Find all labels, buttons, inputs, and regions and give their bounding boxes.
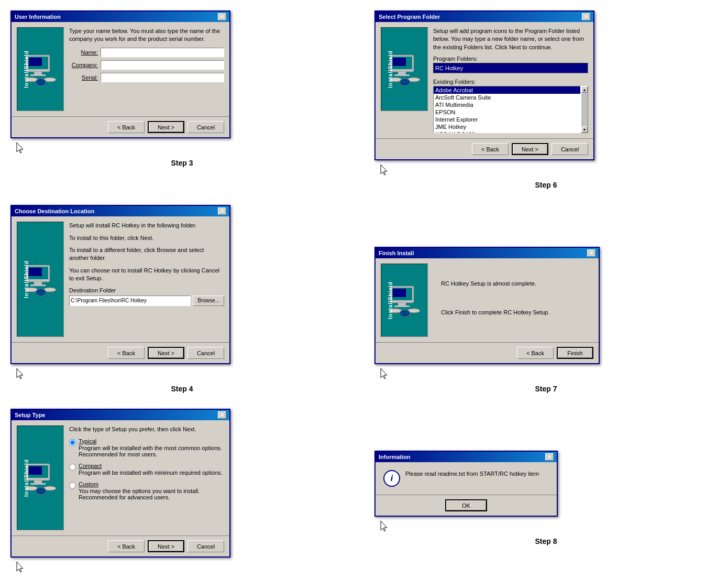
step8-close-btn[interactable]: ✕ xyxy=(545,453,554,461)
step3-content: Type your name below. You must also type… xyxy=(69,27,224,111)
step6-folder-kodak[interactable]: KODAK DC120 xyxy=(434,130,580,133)
step6-cancel-button[interactable]: Cancel xyxy=(551,143,588,155)
step5-custom-radio[interactable] xyxy=(69,482,76,489)
step5-back-button[interactable]: < Back xyxy=(108,540,145,552)
step3-description: Type your name below. You must also type… xyxy=(69,27,224,43)
step6-folder-ati[interactable]: ATI Multimedia xyxy=(434,101,580,108)
step4-cancel-button[interactable]: Cancel xyxy=(187,347,224,359)
step4-label: Step 4 xyxy=(10,385,354,393)
step6-label: Step 6 xyxy=(374,181,718,189)
step5-close-btn[interactable]: ✕ xyxy=(218,411,226,419)
svg-rect-35 xyxy=(393,289,406,297)
step3-next-button[interactable]: Next > xyxy=(148,121,184,133)
step8-title-text: Information xyxy=(379,454,411,460)
svg-rect-13 xyxy=(393,58,406,66)
svg-marker-55 xyxy=(381,521,387,531)
svg-rect-14 xyxy=(398,72,406,74)
step6-installshield-text: InstallShield xyxy=(388,50,393,88)
step6-folder-adobe[interactable]: Adobe Acrobat xyxy=(434,86,580,94)
step6-folder-ie[interactable]: Internet Explorer xyxy=(434,116,580,123)
step5-dialog: Setup Type ✕ xyxy=(10,409,230,558)
svg-rect-4 xyxy=(30,74,46,76)
step3-container: User Information ✕ xyxy=(10,10,354,189)
step6-existing-folders-label: Existing Folders: xyxy=(433,79,588,85)
step5-typical-option: Typical Program will be installed with t… xyxy=(69,438,224,457)
step6-folder-arcsoft[interactable]: ArcSoft Camera Suite xyxy=(434,94,580,101)
step3-left-image: InstallShield xyxy=(17,27,64,111)
svg-rect-48 xyxy=(30,483,46,485)
step5-compact-label: Compact xyxy=(79,463,223,469)
step7-footer: < Back Finish xyxy=(376,342,599,363)
step5-body: InstallShield Click the type of Setup yo… xyxy=(12,420,229,536)
step4-desc3: To install to a different folder, click … xyxy=(69,246,224,263)
step7-content: RC Hotkey Setup is almost complete. Clic… xyxy=(433,264,593,337)
step6-container: Select Program Folder ✕ xyxy=(374,10,718,189)
step3-name-label: Name: xyxy=(69,49,98,56)
step6-folder-jme[interactable]: JME Hotkey xyxy=(434,123,580,130)
step8-label: Step 8 xyxy=(374,537,718,545)
svg-marker-43 xyxy=(381,368,387,379)
step8-ok-button[interactable]: OK xyxy=(445,499,487,511)
step4-title-text: Choose Destination Location xyxy=(15,208,94,214)
step5-next-button[interactable]: Next > xyxy=(148,540,184,552)
step7-finish-button[interactable]: Finish xyxy=(557,347,593,359)
step6-scroll-down[interactable]: ▼ xyxy=(581,126,588,133)
step7-close-btn[interactable]: ✕ xyxy=(587,249,595,257)
step6-title-bar: Select Program Folder ✕ xyxy=(376,12,593,22)
step5-custom-desc: You may choose the options you want to i… xyxy=(79,488,224,500)
step6-back-button[interactable]: < Back xyxy=(472,143,509,155)
step3-installshield-text: InstallShield xyxy=(24,50,29,88)
svg-marker-10 xyxy=(17,143,23,153)
step3-company-row: Company: xyxy=(69,60,224,70)
step4-container: Choose Destination Location ✕ xyxy=(10,205,354,393)
step7-body: InstallShield RC Hotkey Setup is almost … xyxy=(376,258,599,342)
step4-title-bar: Choose Destination Location ✕ xyxy=(12,206,229,216)
step7-back-button[interactable]: < Back xyxy=(517,347,554,359)
svg-rect-2 xyxy=(29,58,42,66)
step6-close-btn[interactable]: ✕ xyxy=(582,13,590,20)
step4-next-button[interactable]: Next > xyxy=(148,347,184,359)
step4-close-btn[interactable]: ✕ xyxy=(218,207,226,215)
step5-typical-radio[interactable] xyxy=(69,439,76,446)
step8-title-bar: Information ✕ xyxy=(376,452,557,462)
step3-company-input[interactable] xyxy=(101,60,224,70)
step3-close-btn[interactable]: ✕ xyxy=(218,13,226,20)
step4-desc1: Setup will install RC Hotkey in the foll… xyxy=(69,222,224,230)
svg-marker-54 xyxy=(17,562,23,572)
step5-typical-desc: Program will be installed with the most … xyxy=(79,445,224,457)
step6-dialog: Select Program Folder ✕ xyxy=(374,10,594,160)
step4-left-image: InstallShield xyxy=(17,222,64,337)
step5-custom-option: Custom You may choose the options you wa… xyxy=(69,481,224,500)
step3-cancel-button[interactable]: Cancel xyxy=(187,121,224,133)
step3-serial-input[interactable] xyxy=(101,73,224,82)
step4-back-button[interactable]: < Back xyxy=(108,347,145,359)
step6-next-button[interactable]: Next > xyxy=(512,143,548,155)
step5-footer: < Back Next > Cancel xyxy=(12,536,229,556)
step4-installshield-text: InstallShield xyxy=(24,260,29,298)
step6-scroll-up[interactable]: ▲ xyxy=(581,86,588,93)
step6-folder-epson[interactable]: EPSON xyxy=(434,108,580,116)
step4-dest-row: Browse... xyxy=(69,296,224,306)
step5-compact-radio[interactable] xyxy=(69,464,76,471)
step6-folder-input[interactable] xyxy=(433,63,588,73)
step3-back-button[interactable]: < Back xyxy=(108,121,145,133)
step5-cancel-button[interactable]: Cancel xyxy=(187,540,224,552)
step4-browse-button[interactable]: Browse... xyxy=(193,296,224,306)
step4-desc4: You can choose not to install RC Hotkey … xyxy=(69,267,224,283)
step4-dest-input[interactable] xyxy=(69,296,191,306)
step6-scrollbar[interactable]: ▲ ▼ xyxy=(581,86,588,133)
step4-body: InstallShield Setup will install RC Hotk… xyxy=(12,216,229,342)
step4-content: Setup will install RC Hotkey in the foll… xyxy=(69,222,224,337)
svg-rect-24 xyxy=(29,268,42,276)
svg-marker-32 xyxy=(17,368,23,379)
step4-cursor xyxy=(16,367,26,380)
step5-title-text: Setup Type xyxy=(15,412,45,418)
step7-cursor xyxy=(380,367,390,380)
step8-footer: OK xyxy=(376,495,557,516)
step3-title-text: User Information xyxy=(15,14,61,20)
step4-dest-label: Destination Folder xyxy=(69,287,224,293)
step6-folder-list[interactable]: Adobe Acrobat ArcSoft Camera Suite ATI M… xyxy=(433,86,581,133)
step3-name-input[interactable] xyxy=(101,48,224,57)
step3-title-bar: User Information ✕ xyxy=(12,12,229,22)
step3-footer: < Back Next > Cancel xyxy=(12,116,229,137)
